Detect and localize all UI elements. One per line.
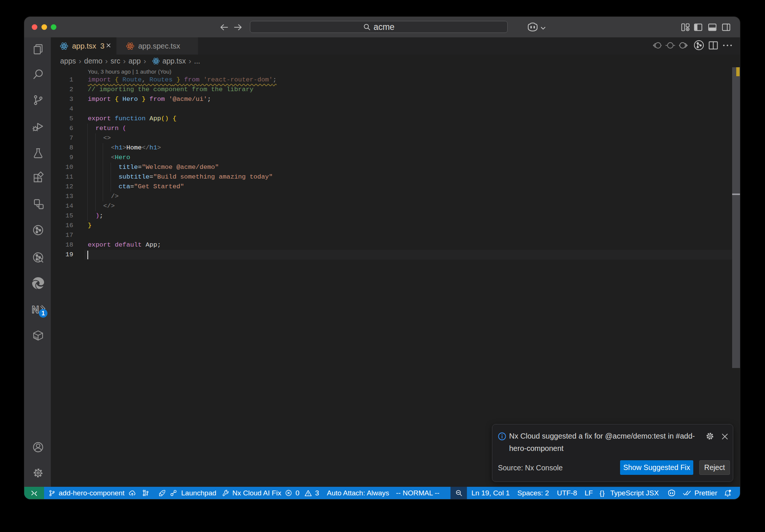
svg-text:N: N	[32, 304, 39, 315]
